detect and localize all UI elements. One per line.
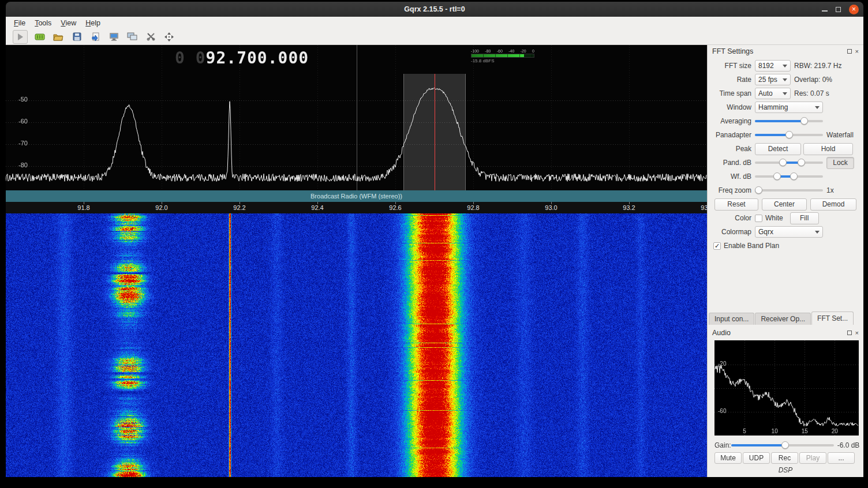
panadapter-label: Panadapter bbox=[710, 131, 755, 139]
menu-help[interactable]: Help bbox=[81, 19, 105, 27]
slider-handle[interactable] bbox=[798, 159, 805, 166]
slider-handle[interactable] bbox=[773, 172, 781, 180]
band-plan-bar[interactable]: Broadcast Radio (WFM (stereo)) bbox=[6, 190, 707, 202]
rec-button[interactable]: Rec bbox=[771, 452, 798, 464]
spectrum-display: -50-60-70-80 0 092.700.000 -100-80-60-40… bbox=[6, 45, 707, 477]
panadapter-split-slider[interactable] bbox=[755, 129, 823, 141]
open-settings-button[interactable] bbox=[52, 31, 65, 43]
tab-receiver-op-[interactable]: Receiver Op... bbox=[755, 313, 811, 325]
reset-button[interactable]: Reset bbox=[714, 198, 758, 211]
meter-bar bbox=[471, 54, 534, 58]
udp-button[interactable]: UDP bbox=[743, 452, 770, 464]
audio-freq-label: 20 bbox=[829, 428, 840, 434]
toolbar bbox=[6, 29, 863, 45]
menu-tools[interactable]: Tools bbox=[30, 19, 56, 27]
pandapter-db-range-slider[interactable] bbox=[755, 157, 823, 168]
main-content: -50-60-70-80 0 092.700.000 -100-80-60-40… bbox=[6, 45, 863, 483]
freq-tick-label: 92.2 bbox=[227, 204, 252, 211]
remote-display-icon bbox=[109, 32, 119, 41]
averaging-label: Averaging bbox=[710, 117, 755, 125]
dock-float-icon[interactable] bbox=[847, 49, 852, 54]
start-dsp-button[interactable] bbox=[13, 30, 28, 44]
timespan-select[interactable]: Auto bbox=[755, 88, 791, 99]
sdr-device-button[interactable] bbox=[33, 31, 46, 43]
io-config-button[interactable] bbox=[144, 31, 157, 43]
io-config-icon bbox=[147, 32, 155, 41]
slider-handle[interactable] bbox=[785, 131, 793, 138]
meter-value: -15.8 dBFS bbox=[471, 58, 534, 63]
white-checkbox[interactable] bbox=[755, 215, 762, 222]
fft-settings-header: FFT Settings × bbox=[708, 45, 863, 58]
freq-tick-label: 93.2 bbox=[616, 204, 642, 211]
more-button[interactable]: ... bbox=[828, 452, 855, 464]
tuning-line[interactable] bbox=[435, 74, 435, 202]
slider-handle[interactable] bbox=[800, 117, 808, 125]
dsp-label: DSP bbox=[708, 466, 863, 474]
rate-select[interactable]: 25 fps bbox=[755, 74, 791, 85]
waterfall-db-range-slider[interactable] bbox=[755, 171, 823, 182]
demod-button[interactable]: Demod bbox=[810, 198, 856, 211]
fullscreen-button[interactable] bbox=[163, 31, 175, 43]
window-value: Hamming bbox=[758, 103, 788, 111]
dual-display-button[interactable] bbox=[126, 31, 139, 43]
window-select[interactable]: Hamming bbox=[755, 102, 823, 113]
rate-label: Rate bbox=[710, 76, 755, 84]
minimize-icon[interactable] bbox=[822, 10, 828, 12]
dock-close-icon[interactable]: × bbox=[855, 330, 859, 336]
right-panel: FFT Settings × FFT size 8192 RBW: 219.7 … bbox=[707, 45, 863, 477]
fill-button[interactable]: Fill bbox=[790, 212, 819, 224]
fft-db-label: -50 bbox=[10, 96, 28, 103]
rbw-text: RBW: 219.7 Hz bbox=[794, 62, 841, 70]
fft-size-select[interactable]: 8192 bbox=[755, 60, 791, 72]
peak-hold-button[interactable]: Hold bbox=[803, 143, 853, 155]
center-button[interactable]: Center bbox=[762, 198, 807, 211]
freq-tick-label: 92.0 bbox=[149, 204, 174, 211]
tab-fft-set-[interactable]: FFT Set... bbox=[811, 311, 854, 325]
dock-tabs: Input con...Receiver Op...FFT Set... bbox=[709, 311, 863, 325]
sdr-device-icon bbox=[35, 33, 45, 41]
slider-handle[interactable] bbox=[755, 186, 762, 194]
titlebar[interactable]: Gqrx 2.15.5 - rtl=0 × bbox=[6, 2, 863, 17]
audio-freq-label: 10 bbox=[769, 428, 780, 434]
menu-view[interactable]: View bbox=[56, 19, 81, 27]
enable-band-plan-checkbox[interactable]: ✓ bbox=[713, 242, 721, 250]
timespan-value: Auto bbox=[758, 89, 773, 97]
audio-gain-slider[interactable] bbox=[731, 440, 834, 451]
audio-buttons: MuteUDPRecPlay... bbox=[714, 452, 858, 464]
peak-detect-button[interactable]: Detect bbox=[755, 143, 801, 155]
load-bookmarks-button[interactable] bbox=[89, 31, 102, 43]
tab-input-con-[interactable]: Input con... bbox=[709, 313, 754, 325]
play-button[interactable]: Play bbox=[799, 452, 826, 464]
frequency-display[interactable]: 0 092.700.000 bbox=[175, 48, 309, 67]
audio-header: Audio × bbox=[708, 326, 863, 339]
slider-handle[interactable] bbox=[790, 172, 798, 180]
freq-tick-label: 93.0 bbox=[538, 204, 564, 211]
wf-db-label: Wf. dB bbox=[710, 172, 755, 181]
dock-float-icon[interactable] bbox=[847, 331, 852, 335]
freq-tick-label: 91.8 bbox=[71, 204, 96, 211]
pand-db-label: Pand. dB bbox=[710, 159, 755, 167]
db-lock-button[interactable]: Lock bbox=[826, 157, 854, 169]
dock-close-icon[interactable]: × bbox=[855, 48, 859, 55]
waterfall-label: Waterfall bbox=[826, 131, 854, 139]
remote-control-button[interactable] bbox=[107, 31, 120, 43]
save-settings-button[interactable] bbox=[70, 31, 83, 43]
slider-handle[interactable] bbox=[779, 159, 787, 166]
averaging-slider[interactable] bbox=[755, 115, 823, 127]
fft-plot-canvas[interactable] bbox=[6, 45, 707, 190]
freq-zoom-value: 1x bbox=[826, 186, 834, 194]
gqrx-window: Gqrx 2.15.5 - rtl=0 × FileToolsViewHelp bbox=[6, 2, 863, 483]
menu-file[interactable]: File bbox=[9, 19, 30, 27]
frequency-scale[interactable]: 91.892.092.292.492.692.893.093.293.4 bbox=[6, 202, 707, 213]
window-label: Window bbox=[710, 103, 755, 111]
color-label: Color bbox=[710, 214, 755, 222]
mute-button[interactable]: Mute bbox=[714, 452, 742, 464]
maximize-icon[interactable] bbox=[836, 7, 841, 12]
freq-zoom-slider[interactable] bbox=[755, 185, 823, 196]
res-text: Res: 0.07 s bbox=[794, 89, 829, 97]
colormap-select[interactable]: Gqrx bbox=[755, 226, 823, 238]
waterfall-canvas[interactable] bbox=[6, 213, 707, 477]
close-icon[interactable]: × bbox=[849, 5, 859, 14]
slider-handle[interactable] bbox=[781, 441, 789, 449]
fft-db-label: -70 bbox=[10, 140, 28, 147]
